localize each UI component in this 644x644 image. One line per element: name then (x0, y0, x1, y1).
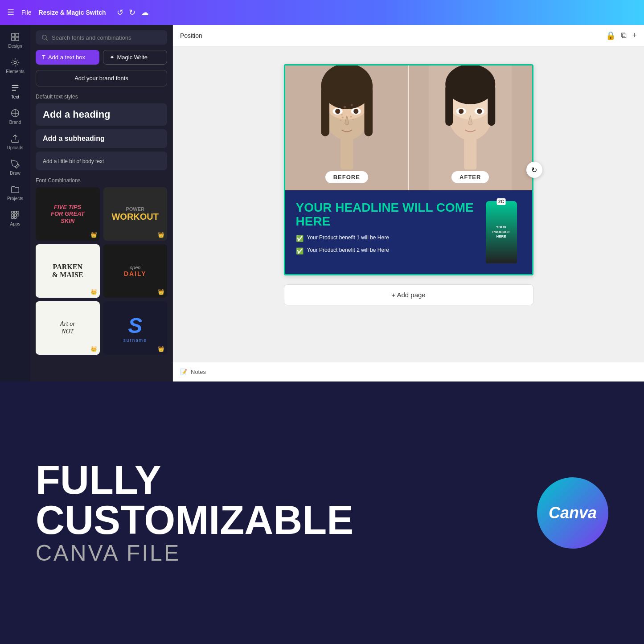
add-element-icon[interactable]: + (632, 31, 637, 41)
combo6-letter: S (123, 313, 147, 338)
bullet-icon-1: ✅ (296, 234, 304, 243)
font-combos-grid: FIVE TIPSFOR GREATSKIN 👑 POWER WORKOUT 👑… (30, 187, 172, 360)
sidebar-item-brand[interactable]: Brand (2, 105, 29, 128)
subheading-label: Add a subheading (43, 135, 105, 142)
sidebar-item-apps[interactable]: Apps (2, 206, 29, 230)
nav-action-icons: ↺ ↻ ☁ (117, 8, 149, 17)
svg-rect-7 (14, 211, 16, 213)
crown-icon-5: 👑 (90, 346, 97, 352)
svg-point-14 (42, 35, 46, 39)
design-bottom-text: YOUR HEADLINE WILL COME HERE ✅ Your Prod… (296, 201, 474, 263)
font-combo-6[interactable]: S surname 👑 (103, 301, 168, 355)
combo2-main: WORKOUT (111, 212, 159, 222)
position-label: Position (180, 32, 202, 39)
combo1-text: FIVE TIPSFOR GREATSKIN (51, 204, 85, 225)
undo-icon[interactable]: ↺ (117, 8, 123, 17)
font-combo-3[interactable]: PARKEN& MAISE 👑 (36, 244, 100, 298)
copy-icon[interactable]: ⧉ (621, 31, 627, 41)
sidebar-item-elements[interactable]: Elements (2, 54, 29, 78)
add-text-box-button[interactable]: T Add a text box (36, 50, 99, 65)
subheading-style-item[interactable]: Add a subheading (36, 129, 167, 148)
combo4-main: DAILY (124, 270, 147, 277)
font-combo-4[interactable]: open DAILY 👑 (103, 244, 168, 298)
sidebar-item-uploads[interactable]: Uploads (2, 130, 29, 154)
font-combo-2[interactable]: POWER WORKOUT 👑 (103, 187, 168, 241)
sidebar-label-uploads: Uploads (7, 145, 24, 150)
combo2-content: POWER WORKOUT (111, 206, 159, 222)
body-style-item[interactable]: Add a little bit of body text (36, 152, 167, 170)
lock-icon[interactable]: 🔒 (606, 31, 615, 41)
heading-style-item[interactable]: Add a heading (36, 103, 167, 126)
sidebar-label-projects: Projects (7, 196, 23, 201)
design-bottom: YOUR HEADLINE WILL COME HERE ✅ Your Prod… (285, 190, 532, 274)
svg-rect-0 (12, 33, 15, 37)
sidebar-item-design[interactable]: Design (2, 29, 29, 52)
default-styles-label: Default text styles (30, 92, 172, 103)
svg-rect-12 (12, 217, 14, 219)
combo6-text: surname (123, 338, 147, 343)
canvas-header: Position 🔒 ⧉ + (173, 25, 644, 46)
hamburger-menu[interactable]: ☰ (7, 8, 14, 17)
svg-point-31 (343, 106, 346, 109)
combo4-top: open (124, 265, 147, 270)
sidebar-label-text: Text (11, 94, 19, 99)
svg-point-25 (335, 109, 340, 114)
font-combo-5[interactable]: Art orNOT 👑 (36, 301, 100, 355)
svg-rect-8 (17, 211, 19, 213)
svg-rect-40 (464, 136, 476, 170)
svg-point-30 (352, 119, 353, 120)
promo-sub-text: CANVA FILE (36, 540, 353, 566)
combo4-content: open DAILY (124, 265, 147, 277)
notes-icon: 📝 (180, 369, 187, 375)
svg-rect-11 (17, 214, 19, 216)
main-layout: Design Elements Text Brand (0, 25, 644, 381)
canvas-area: Position 🔒 ⧉ + (173, 25, 644, 381)
redo-icon[interactable]: ↻ (129, 8, 135, 17)
canva-logo-text: Canva (549, 504, 597, 522)
resize-magic-switch-button[interactable]: Resize & Magic Switch (39, 9, 106, 16)
brand-fonts-button[interactable]: Add your brand fonts (36, 70, 167, 86)
design-card-wrapper: BEFORE (284, 64, 533, 275)
crown-icon-2: 👑 (158, 232, 164, 238)
svg-line-15 (46, 39, 48, 41)
search-bar[interactable]: Search fonts and combinations (36, 30, 167, 45)
before-label: BEFORE (325, 171, 368, 183)
svg-rect-1 (16, 33, 19, 37)
design-card[interactable]: BEFORE (284, 64, 533, 275)
rotate-button[interactable]: ↻ (526, 162, 542, 178)
crown-icon-4: 👑 (158, 289, 164, 295)
after-label: AFTER (451, 171, 489, 183)
svg-point-29 (340, 120, 341, 121)
design-headline: YOUR HEADLINE WILL COME HERE (296, 201, 474, 229)
file-menu[interactable]: File (21, 9, 32, 16)
bullet-text-2: Your Product benefit 2 will be Here (307, 246, 389, 254)
product-tube: YOUR PRODUCT HERE (486, 201, 517, 263)
sidebar-label-brand: Brand (9, 120, 21, 125)
add-page-button[interactable]: + Add page (284, 284, 533, 305)
notes-label: Notes (191, 369, 206, 375)
body-label: Add a little bit of body text (43, 158, 104, 164)
font-combo-1[interactable]: FIVE TIPSFOR GREATSKIN 👑 (36, 187, 100, 241)
bottom-promo: FULLYCUSTOMIZABLE CANVA FILE Canva (0, 381, 644, 644)
svg-rect-6 (12, 211, 14, 213)
promo-text-block: FULLYCUSTOMIZABLE CANVA FILE (36, 460, 353, 566)
bullet-text-1: Your Product benefit 1 will be Here (307, 234, 389, 242)
svg-rect-2 (12, 37, 15, 41)
bullet-icon-2: ✅ (296, 247, 304, 256)
svg-rect-13 (14, 217, 16, 219)
svg-point-26 (353, 109, 358, 114)
sidebar-item-projects[interactable]: Projects (2, 181, 29, 205)
sidebar-item-draw[interactable]: Draw (2, 156, 29, 179)
notes-bar[interactable]: 📝 Notes (173, 362, 644, 381)
heading-label: Add a heading (43, 109, 111, 120)
combo5-text: Art orNOT (60, 320, 75, 336)
sidebar-item-text[interactable]: Text (2, 79, 29, 103)
magic-write-label: Magic Write (117, 54, 148, 61)
svg-rect-22 (340, 136, 353, 170)
magic-write-button[interactable]: ✦ Magic Write (103, 50, 168, 65)
cloud-save-icon[interactable]: ☁ (141, 8, 149, 17)
canva-logo: Canva (537, 477, 608, 549)
canvas-scroll[interactable]: BEFORE (173, 46, 644, 362)
svg-rect-9 (12, 214, 14, 216)
svg-rect-38 (445, 84, 453, 126)
